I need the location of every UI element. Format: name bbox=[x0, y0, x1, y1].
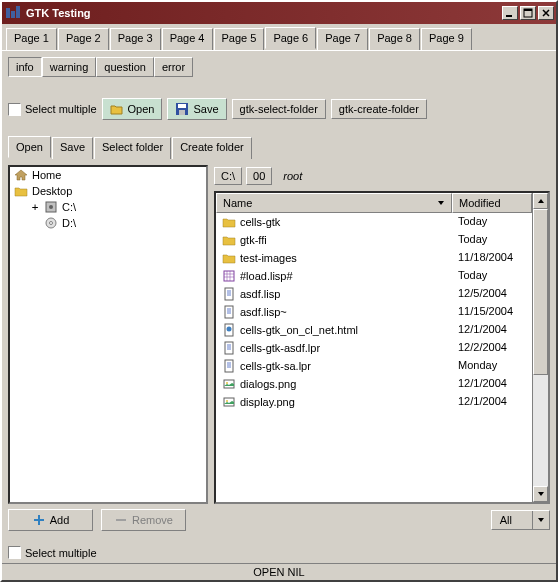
svg-rect-5 bbox=[524, 9, 532, 11]
tab-op-save[interactable]: Save bbox=[52, 137, 93, 159]
column-modified-header[interactable]: Modified bbox=[452, 193, 532, 213]
select-multiple-label: Select multiple bbox=[25, 103, 97, 115]
file-modified: 11/18/2004 bbox=[452, 250, 532, 266]
svg-rect-13 bbox=[224, 271, 234, 281]
file-name: cells-gtk-asdf.lpr bbox=[240, 342, 320, 354]
tab-page-8[interactable]: Page 8 bbox=[369, 28, 420, 50]
tab-op-open[interactable]: Open bbox=[8, 136, 51, 158]
minimize-button[interactable] bbox=[502, 6, 518, 20]
status-bar: OPEN NIL bbox=[2, 563, 556, 580]
tab-op-create-folder[interactable]: Create folder bbox=[172, 137, 252, 159]
svg-rect-18 bbox=[225, 342, 233, 354]
svg-rect-7 bbox=[178, 104, 186, 108]
titlebar: GTK Testing bbox=[2, 2, 556, 24]
path-bar: C:\ 00 root bbox=[214, 165, 550, 191]
file-modified: 12/1/2004 bbox=[452, 394, 532, 410]
tab-page-7[interactable]: Page 7 bbox=[317, 28, 368, 50]
tab-page-3[interactable]: Page 3 bbox=[110, 28, 161, 50]
svg-rect-15 bbox=[225, 306, 233, 318]
sort-indicator-icon bbox=[437, 199, 445, 207]
file-modified: Today bbox=[452, 214, 532, 230]
scroll-up-button[interactable] bbox=[533, 193, 548, 209]
svg-rect-19 bbox=[225, 360, 233, 372]
file-row[interactable]: cells-gtk-sa.lprMonday bbox=[216, 357, 532, 375]
file-name: dialogs.png bbox=[240, 378, 296, 390]
scroll-down-button[interactable] bbox=[533, 486, 548, 502]
file-row[interactable]: asdf.lisp12/5/2004 bbox=[216, 285, 532, 303]
maximize-button[interactable] bbox=[520, 6, 536, 20]
tree-item-c[interactable]: +C:\ bbox=[10, 199, 206, 215]
app-icon bbox=[6, 6, 22, 20]
tree-item-d[interactable]: D:\ bbox=[10, 215, 206, 231]
svg-rect-1 bbox=[11, 11, 15, 18]
tree-item-desktop[interactable]: Desktop bbox=[10, 183, 206, 199]
add-button[interactable]: Add bbox=[8, 509, 93, 531]
svg-rect-3 bbox=[506, 15, 512, 17]
svg-point-23 bbox=[226, 400, 228, 402]
operation-tabs: OpenSaveSelect folderCreate folder bbox=[8, 137, 550, 159]
file-list-header: Name Modified bbox=[216, 193, 532, 213]
scroll-thumb[interactable] bbox=[533, 209, 548, 375]
file-modified: 12/1/2004 bbox=[452, 322, 532, 338]
tab-op-select-folder[interactable]: Select folder bbox=[94, 137, 171, 159]
file-row[interactable]: display.png12/1/2004 bbox=[216, 393, 532, 411]
file-row[interactable]: asdf.lisp~11/15/2004 bbox=[216, 303, 532, 321]
svg-rect-0 bbox=[6, 8, 10, 18]
places-tree[interactable]: HomeDesktop+C:\D:\ bbox=[8, 165, 208, 504]
status-select-multiple-checkbox[interactable]: Select multiple bbox=[8, 546, 97, 559]
tab-warning[interactable]: warning bbox=[42, 57, 97, 77]
column-name-header[interactable]: Name bbox=[216, 193, 452, 213]
page-tabs: Page 1Page 2Page 3Page 4Page 5Page 6Page… bbox=[2, 24, 556, 50]
svg-rect-2 bbox=[16, 6, 20, 18]
tab-page-4[interactable]: Page 4 bbox=[162, 28, 213, 50]
gtk-select-folder-button[interactable]: gtk-select-folder bbox=[232, 99, 326, 119]
file-name: cells-gtk_on_cl_net.html bbox=[240, 324, 358, 336]
file-row[interactable]: test-images11/18/2004 bbox=[216, 249, 532, 267]
file-row[interactable]: #load.lisp#Today bbox=[216, 267, 532, 285]
file-modified: Today bbox=[452, 268, 532, 284]
message-tabs: infowarningquestionerror bbox=[8, 57, 550, 77]
floppy-icon bbox=[175, 102, 189, 116]
svg-point-17 bbox=[227, 327, 232, 332]
minus-icon bbox=[114, 513, 128, 527]
path-root-button[interactable]: root bbox=[276, 167, 309, 185]
tab-page-9[interactable]: Page 9 bbox=[421, 28, 472, 50]
file-row[interactable]: dialogs.png12/1/2004 bbox=[216, 375, 532, 393]
save-button[interactable]: Save bbox=[167, 98, 226, 120]
path-segment-button[interactable]: 00 bbox=[246, 167, 272, 185]
folder-open-icon bbox=[110, 102, 124, 116]
window-title: GTK Testing bbox=[26, 7, 500, 19]
svg-point-21 bbox=[226, 382, 228, 384]
file-list[interactable]: Name Modified cells-gtkTodaygtk-ffiToday… bbox=[216, 193, 532, 502]
file-row[interactable]: cells-gtk_on_cl_net.html12/1/2004 bbox=[216, 321, 532, 339]
svg-point-12 bbox=[50, 222, 53, 225]
tree-item-home[interactable]: Home bbox=[10, 167, 206, 183]
status-select-multiple-label: Select multiple bbox=[25, 547, 97, 559]
select-multiple-checkbox[interactable]: Select multiple bbox=[8, 103, 97, 116]
gtk-create-folder-button[interactable]: gtk-create-folder bbox=[331, 99, 427, 119]
file-row[interactable]: cells-gtk-asdf.lpr12/2/2004 bbox=[216, 339, 532, 357]
tab-question[interactable]: question bbox=[96, 57, 154, 77]
tab-error[interactable]: error bbox=[154, 57, 193, 77]
path-drive-button[interactable]: C:\ bbox=[214, 167, 242, 185]
tab-page-2[interactable]: Page 2 bbox=[58, 28, 109, 50]
tab-info[interactable]: info bbox=[8, 57, 42, 77]
tab-page-1[interactable]: Page 1 bbox=[6, 28, 57, 50]
filter-dropdown[interactable]: All bbox=[491, 510, 550, 530]
file-modified: 12/2/2004 bbox=[452, 340, 532, 356]
close-button[interactable] bbox=[538, 6, 554, 20]
file-row[interactable]: gtk-ffiToday bbox=[216, 231, 532, 249]
tab-page-5[interactable]: Page 5 bbox=[214, 28, 265, 50]
svg-point-10 bbox=[49, 205, 53, 209]
file-modified: 12/5/2004 bbox=[452, 286, 532, 302]
file-modified: 12/1/2004 bbox=[452, 376, 532, 392]
open-button[interactable]: Open bbox=[102, 98, 163, 120]
file-name: test-images bbox=[240, 252, 297, 264]
tab-page-6[interactable]: Page 6 bbox=[265, 27, 316, 49]
expander-icon[interactable]: + bbox=[30, 201, 40, 214]
file-row[interactable]: cells-gtkToday bbox=[216, 213, 532, 231]
svg-rect-24 bbox=[116, 519, 126, 521]
file-list-scrollbar[interactable] bbox=[532, 193, 548, 502]
remove-button: Remove bbox=[101, 509, 186, 531]
file-name: display.png bbox=[240, 396, 295, 408]
